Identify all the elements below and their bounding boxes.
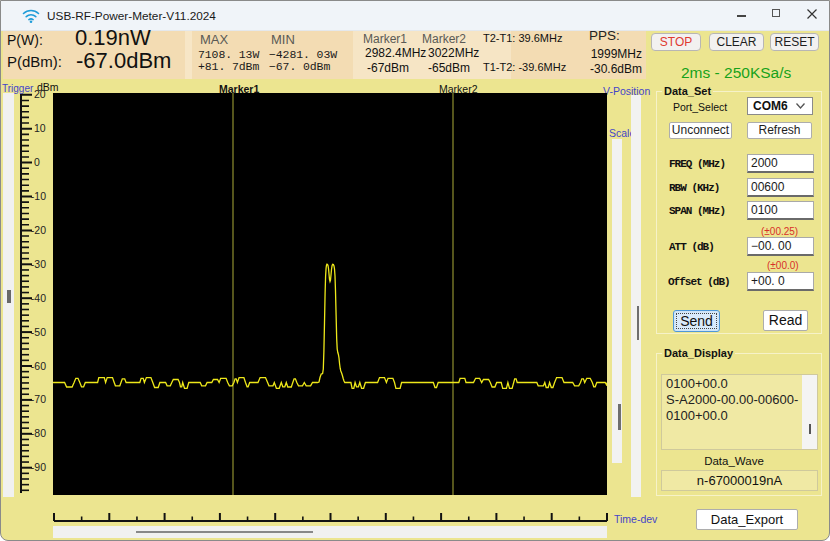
svg-text:10: 10 (34, 122, 46, 134)
svg-text:-20: -20 (31, 224, 46, 236)
svg-text:-60: -60 (31, 360, 46, 372)
svg-text:-10: -10 (31, 190, 46, 202)
svg-text:-90: -90 (31, 461, 46, 473)
svg-text:-80: -80 (31, 427, 46, 439)
svg-text:-30: -30 (31, 258, 46, 270)
svg-text:-50: -50 (31, 326, 46, 338)
svg-text:-70: -70 (31, 393, 46, 405)
svg-text:0: 0 (34, 156, 40, 168)
svg-text:-40: -40 (31, 292, 46, 304)
svg-text:20: 20 (34, 88, 46, 100)
